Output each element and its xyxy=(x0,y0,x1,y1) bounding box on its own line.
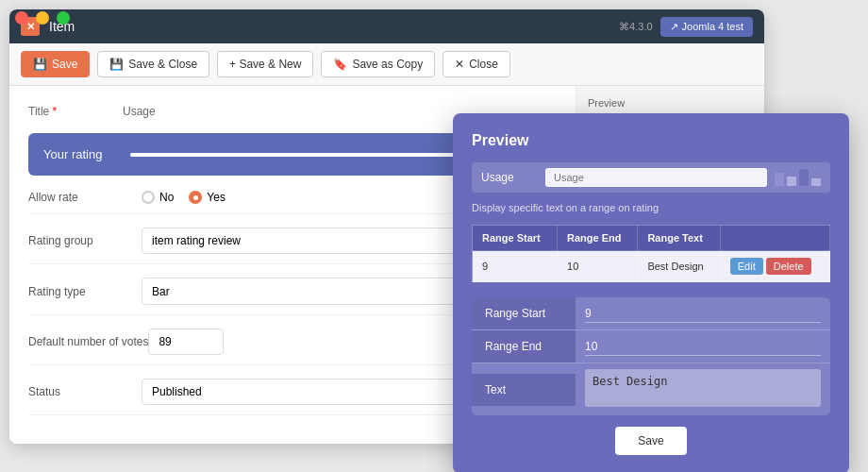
traffic-light-yellow[interactable] xyxy=(36,11,49,25)
radio-no-circle[interactable] xyxy=(142,191,155,204)
table-header-text: Range Text xyxy=(638,226,720,251)
detail-range-start-row: Range Start xyxy=(472,297,830,330)
preview-bar-3 xyxy=(799,169,809,186)
table-header-start: Range Start xyxy=(473,226,558,251)
detail-text-row: Text Best Design xyxy=(472,363,830,415)
preview-bar-1 xyxy=(775,173,784,186)
detail-form: Range Start Range End Text Best Design xyxy=(472,297,830,415)
rating-slider-fill xyxy=(130,153,492,157)
detail-range-start-value xyxy=(576,299,830,329)
rating-group-label: Rating group xyxy=(28,234,142,247)
save-copy-label: Save as Copy xyxy=(352,58,423,71)
rating-slider[interactable] xyxy=(130,153,492,157)
radio-yes-circle[interactable] xyxy=(189,191,202,204)
radio-no[interactable]: No xyxy=(142,191,174,204)
table-cell-end: 10 xyxy=(558,251,638,282)
status-text: Published xyxy=(152,385,202,398)
joomla-btn-label: Joomla 4 test xyxy=(682,21,743,32)
preview-panel: Preview Usage Display specific text on a… xyxy=(453,113,849,472)
preview-bars xyxy=(775,169,821,186)
save-button[interactable]: 💾 Save xyxy=(21,51,90,77)
radio-yes[interactable]: Yes xyxy=(189,191,225,204)
version-badge: ⌘4.3.0 xyxy=(619,21,652,33)
toolbar: 💾 Save 💾 Save & Close + Save & New 🔖 Sav… xyxy=(9,43,764,86)
close-button[interactable]: ✕ Close xyxy=(442,51,510,77)
save-new-label: + Save & New xyxy=(229,58,301,71)
default-votes-label: Default number of votes xyxy=(28,335,148,348)
table-header-end: Range End xyxy=(558,226,638,251)
rating-type-label: Rating type xyxy=(28,285,142,298)
edit-button[interactable]: Edit xyxy=(730,258,763,275)
status-label: Status xyxy=(28,385,142,398)
allow-rate-label: Allow rate xyxy=(28,191,142,204)
traffic-light-red[interactable] xyxy=(15,11,28,25)
preview-label: Preview xyxy=(588,97,753,109)
detail-range-end-label: Range End xyxy=(472,330,576,362)
preview-desc: Display specific text on a range on rati… xyxy=(472,202,830,213)
title-bar-right: ⌘4.3.0 ↗ Joomla 4 test xyxy=(619,17,753,37)
preview-table: Range Start Range End Range Text 9 10 Be… xyxy=(472,225,830,282)
rating-slider-container[interactable] xyxy=(130,153,492,157)
detail-text-value: Best Design xyxy=(576,363,830,415)
radio-no-label: No xyxy=(159,191,174,204)
save-close-button[interactable]: 💾 Save & Close xyxy=(97,51,209,77)
close-icon: ✕ xyxy=(455,58,464,71)
save-icon: 💾 xyxy=(33,58,47,71)
joomla-button[interactable]: ↗ Joomla 4 test xyxy=(660,17,753,37)
detail-range-start-input[interactable] xyxy=(585,305,821,323)
save-close-icon: 💾 xyxy=(109,58,124,71)
table-cell-start: 9 xyxy=(473,251,558,282)
detail-range-end-input[interactable] xyxy=(585,338,821,356)
preview-bar-4 xyxy=(811,178,821,186)
external-link-icon: ↗ xyxy=(670,21,678,33)
delete-button[interactable]: Delete xyxy=(766,258,811,275)
detail-text-label: Text xyxy=(472,374,576,406)
usage-label: Usage xyxy=(123,105,198,118)
traffic-lights xyxy=(15,11,70,25)
close-label: Close xyxy=(469,58,498,71)
preview-bar-2 xyxy=(787,177,796,186)
rating-group-text: item rating review xyxy=(152,234,241,247)
radio-yes-label: Yes xyxy=(207,191,225,204)
preview-usage-input[interactable] xyxy=(545,168,767,187)
preview-panel-title: Preview xyxy=(472,132,830,149)
table-header-actions xyxy=(720,226,829,251)
save-copy-button[interactable]: 🔖 Save as Copy xyxy=(321,51,435,77)
rating-widget-label: Your rating xyxy=(43,147,119,161)
title-label: Title * xyxy=(28,105,104,118)
detail-text-input[interactable]: Best Design xyxy=(585,369,821,407)
copy-icon: 🔖 xyxy=(333,58,347,71)
save-close-label: Save & Close xyxy=(128,58,197,71)
table-row: 9 10 Best Design Edit Delete xyxy=(473,251,830,282)
table-cell-text: Best Design xyxy=(638,251,720,282)
detail-range-end-row: Range End xyxy=(472,330,830,363)
table-cell-actions: Edit Delete xyxy=(720,251,829,282)
detail-range-start-label: Range Start xyxy=(472,297,576,329)
detail-save-button[interactable]: Save xyxy=(615,427,686,455)
preview-usage-label: Usage xyxy=(481,171,538,184)
default-votes-input[interactable] xyxy=(148,329,224,355)
save-new-button[interactable]: + Save & New xyxy=(217,51,313,77)
detail-range-end-value xyxy=(576,332,830,362)
preview-usage-row: Usage xyxy=(472,162,830,193)
title-bar: ✕ Item ⌘4.3.0 ↗ Joomla 4 test xyxy=(9,9,764,43)
save-label: Save xyxy=(52,58,77,71)
traffic-light-green[interactable] xyxy=(57,11,70,25)
